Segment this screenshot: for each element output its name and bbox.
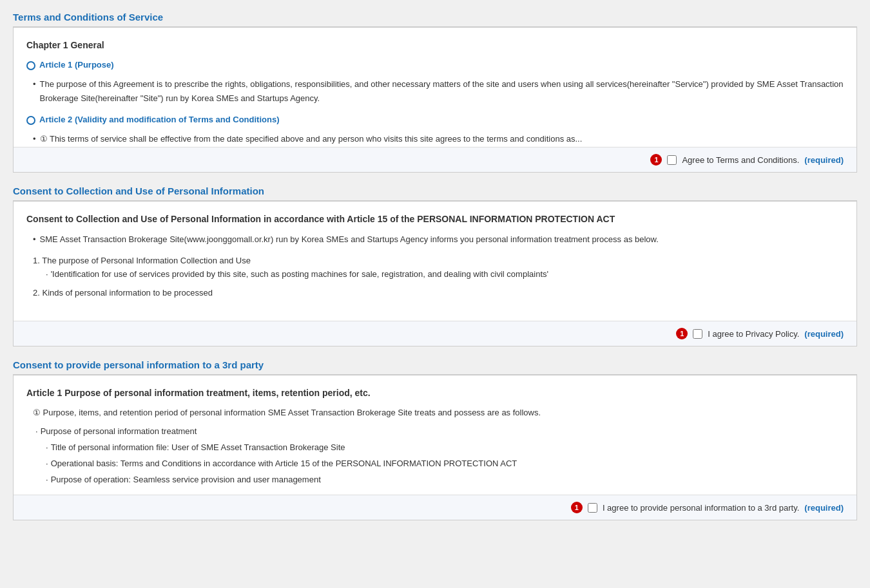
terms-content[interactable]: Chapter 1 General Article 1 (Purpose) Th… <box>14 28 856 147</box>
thirdparty-intro: ① Purpose, items, and retention period o… <box>33 406 844 420</box>
thirdparty-agree-label: I agree to provide personal information … <box>603 503 799 513</box>
privacy-box: Consent to Collection and Use of Persona… <box>13 201 857 346</box>
thirdparty-sub-3: Purpose of operation: Seamless service p… <box>46 473 844 487</box>
terms-section-title: Terms and Conditions of Service <box>13 6 857 27</box>
thirdparty-heading: Article 1 Purpose of personal informatio… <box>26 386 844 400</box>
terms-badge: 1 <box>650 154 662 166</box>
privacy-checkbox[interactable] <box>693 329 702 339</box>
thirdparty-badge: 1 <box>571 502 583 513</box>
privacy-content[interactable]: Consent to Collection and Use of Persona… <box>14 202 856 321</box>
privacy-section: Consent to Collection and Use of Persona… <box>13 180 857 346</box>
privacy-required: (required) <box>804 329 844 339</box>
thirdparty-items: Purpose of personal information treatmen… <box>33 425 844 486</box>
privacy-agree-bar: 1 I agree to Privacy Policy. (required) <box>14 321 856 346</box>
thirdparty-sub-1: Title of personal information file: User… <box>46 441 844 455</box>
thirdparty-box: Article 1 Purpose of personal informatio… <box>13 375 857 520</box>
page-container: Terms and Conditions of Service Chapter … <box>0 0 870 588</box>
chapter-title: Chapter 1 General <box>26 38 844 52</box>
thirdparty-section: Consent to provide personal information … <box>13 354 857 520</box>
terms-agree-bar: 1 Agree to Terms and Conditions. (requir… <box>14 147 856 172</box>
thirdparty-required: (required) <box>804 503 844 513</box>
thirdparty-purpose-label: Purpose of personal information treatmen… <box>35 425 844 439</box>
terms-box: Chapter 1 General Article 1 (Purpose) Th… <box>13 27 857 173</box>
privacy-sub-1: 'Identification for use of services prov… <box>46 268 844 281</box>
terms-checkbox[interactable] <box>667 155 677 165</box>
thirdparty-section-title: Consent to provide personal information … <box>13 354 857 375</box>
article-1-body: The purpose of this Agreement is to pres… <box>33 77 844 106</box>
thirdparty-sub-2: Operational basis: Terms and Conditions … <box>46 457 844 471</box>
thirdparty-content[interactable]: Article 1 Purpose of personal informatio… <box>14 375 856 495</box>
privacy-section-title: Consent to Collection and Use of Persona… <box>13 180 857 201</box>
privacy-item-2: 2. Kinds of personal information to be p… <box>33 287 844 300</box>
thirdparty-checkbox[interactable] <box>588 503 597 513</box>
terms-agree-label: Agree to Terms and Conditions. <box>682 155 799 165</box>
thirdparty-agree-bar: 1 I agree to provide personal informatio… <box>14 495 856 520</box>
terms-required: (required) <box>804 155 844 165</box>
privacy-heading: Consent to Collection and Use of Persona… <box>26 212 844 226</box>
terms-section: Terms and Conditions of Service Chapter … <box>13 6 857 173</box>
privacy-badge: 1 <box>676 328 688 339</box>
article-2-title: Article 2 (Validity and modification of … <box>26 113 844 127</box>
privacy-agree-label: I agree to Privacy Policy. <box>708 329 799 339</box>
privacy-item-1: 1. The purpose of Personal Information C… <box>33 254 844 281</box>
article-2-body: ① This terms of service shall be effecti… <box>33 132 844 146</box>
article-1-title: Article 1 (Purpose) <box>26 59 844 72</box>
privacy-intro: SME Asset Transaction Brokerage Site(www… <box>33 232 844 247</box>
